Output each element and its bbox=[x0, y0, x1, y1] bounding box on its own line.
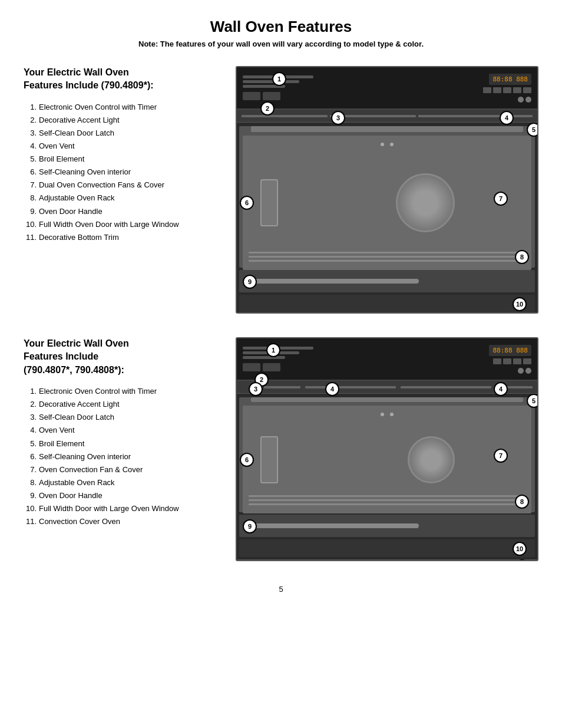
list-item: 4.Oven Vent bbox=[24, 140, 224, 153]
oven-interior-2: 5 6 7 bbox=[239, 397, 535, 512]
callout-2-4b: 4 bbox=[494, 382, 508, 396]
rack-area-1 bbox=[249, 252, 525, 264]
rack-area-2 bbox=[249, 495, 525, 508]
page-number: 5 bbox=[24, 585, 538, 594]
list-item: 6.Self-Cleaning Oven interior bbox=[24, 450, 224, 463]
callout-2-6: 6 bbox=[240, 453, 254, 467]
callout-2-3: 3 bbox=[249, 382, 263, 396]
bottom-trim-2: 11 bbox=[237, 559, 537, 561]
interior-inner-2: 6 7 bbox=[243, 406, 531, 513]
page-subtitle: Note: The features of your wall oven wil… bbox=[24, 39, 538, 48]
section-2: Your Electric Wall Oven Features Include… bbox=[24, 337, 538, 561]
list-item: 1.Electronic Oven Control with Timer bbox=[24, 385, 224, 398]
section-1: Your Electric Wall Oven Features Include… bbox=[24, 66, 538, 314]
list-item: 9.Oven Door Handle bbox=[24, 489, 224, 502]
list-item: 1.Electronic Oven Control with Timer bbox=[24, 101, 224, 114]
list-item: 4.Oven Vent bbox=[24, 424, 224, 437]
callout-2: 2 bbox=[260, 101, 275, 116]
section-2-left: Your Electric Wall Oven Features Include… bbox=[24, 337, 224, 561]
list-item: 2.Decorative Accent Light bbox=[24, 114, 224, 127]
fan-cover-1 bbox=[396, 173, 455, 232]
list-item: 8.Adjustable Oven Rack bbox=[24, 476, 224, 489]
list-item: 11.Convection Cover Oven bbox=[24, 515, 224, 528]
oven-diagram-2: 1 88:88 888 bbox=[236, 337, 538, 561]
control-panel-1: 1 88:88 888 bbox=[237, 67, 537, 110]
callout-5: 5 bbox=[527, 123, 538, 137]
list-item: 7.Dual Oven Convection Fans & Cover bbox=[24, 179, 224, 192]
left-element-1 bbox=[260, 179, 278, 226]
section-1-heading: Your Electric Wall Oven Features Include… bbox=[24, 66, 224, 93]
page-title: Wall Oven Features bbox=[24, 18, 538, 36]
callout-4: 4 bbox=[500, 111, 514, 125]
callout-8: 8 bbox=[515, 250, 529, 264]
interior-inner-1: 6 7 bbox=[243, 136, 531, 270]
oven-diagram-1: 1 88:88 888 bbox=[236, 66, 538, 314]
list-item: 10.Full Width Door with Large Oven Windo… bbox=[24, 502, 224, 515]
callout-1: 1 bbox=[272, 72, 286, 86]
callout-10: 10 bbox=[513, 297, 527, 311]
feature-list-1: 1.Electronic Oven Control with Timer 2.D… bbox=[24, 101, 224, 244]
callout-2-4a: 4 bbox=[325, 382, 339, 396]
feature-list-2: 1.Electronic Oven Control with Timer 2.D… bbox=[24, 385, 224, 528]
list-item: 2.Decorative Accent Light bbox=[24, 398, 224, 411]
callout-3: 3 bbox=[331, 111, 345, 125]
fan-cover-2 bbox=[408, 436, 455, 483]
list-item: 10.Full Width Oven Door with Large Windo… bbox=[24, 218, 224, 231]
list-item: 5.Broil Element bbox=[24, 153, 224, 166]
window-area-2: 10 bbox=[239, 539, 535, 557]
callout-2-5: 5 bbox=[527, 394, 538, 408]
display-readout-2: 88:88 888 bbox=[489, 345, 531, 356]
vent-area-2: 3 4 4 bbox=[237, 381, 537, 394]
list-item: 3.Self-Clean Door Latch bbox=[24, 127, 224, 140]
callout-2-11: 11 bbox=[515, 559, 529, 561]
oven-interior-1: 5 6 7 bbox=[239, 126, 535, 268]
list-item: 5.Broil Element bbox=[24, 437, 224, 450]
handle-bar-2 bbox=[245, 523, 419, 528]
list-item: 8.Adjustable Oven Rack bbox=[24, 192, 224, 205]
left-element-2 bbox=[260, 436, 278, 483]
window-area-1: 10 bbox=[239, 295, 535, 312]
section-1-left: Your Electric Wall Oven Features Include… bbox=[24, 66, 224, 314]
list-item: 7.Oven Convection Fan & Cover bbox=[24, 463, 224, 476]
callout-2-7: 7 bbox=[494, 449, 508, 463]
callout-2-8: 8 bbox=[515, 495, 529, 509]
section-2-diagram: 1 88:88 888 bbox=[236, 337, 538, 561]
list-item: 3.Self-Clean Door Latch bbox=[24, 411, 224, 424]
handle-bar-1 bbox=[245, 279, 419, 284]
control-panel-2: 1 88:88 888 bbox=[237, 338, 537, 381]
callout-9: 9 bbox=[243, 275, 257, 289]
section-1-diagram: 1 88:88 888 bbox=[236, 66, 538, 314]
list-item: 11.Decorative Bottom Trim bbox=[24, 231, 224, 244]
callout-7: 7 bbox=[494, 192, 508, 206]
door-area-1: 9 bbox=[239, 270, 535, 292]
door-area-2: 9 bbox=[239, 515, 535, 537]
callout-2-9: 9 bbox=[243, 519, 257, 533]
display-readout: 88:88 888 bbox=[489, 74, 531, 85]
list-item: 6.Self-Cleaning Oven interior bbox=[24, 166, 224, 179]
callout-6: 6 bbox=[240, 196, 254, 210]
list-item: 9.Oven Door Handle bbox=[24, 205, 224, 218]
callout-2-10: 10 bbox=[513, 542, 527, 556]
vent-area-1: 3 4 bbox=[237, 110, 537, 123]
section-2-heading: Your Electric Wall Oven Features Include… bbox=[24, 337, 224, 377]
callout-2-1: 1 bbox=[266, 343, 280, 357]
